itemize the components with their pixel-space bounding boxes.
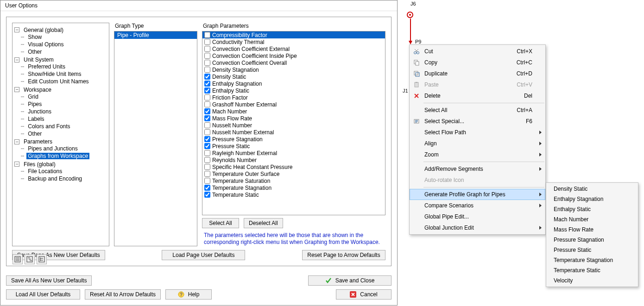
param-checkbox[interactable] — [204, 143, 210, 149]
menu-item[interactable]: Generate Profile Graph for Pipes — [410, 189, 545, 200]
submenu-item[interactable]: Mass Flow Rate — [546, 225, 638, 235]
param-item[interactable]: Temperature Stagnation — [202, 184, 385, 191]
param-checkbox[interactable] — [204, 185, 210, 191]
tree-leaf[interactable]: Pipes and Junctions — [26, 145, 79, 152]
param-item[interactable]: Density Stagnation — [202, 66, 385, 73]
tree-leaf[interactable]: Graphs from Workspace — [26, 153, 89, 159]
param-checkbox[interactable] — [204, 101, 210, 107]
tree-leaf[interactable]: Other — [26, 131, 43, 137]
submenu-item[interactable]: Enthalpy Stagnation — [546, 194, 638, 204]
menu-item[interactable]: DuplicateCtrl+D — [410, 68, 545, 79]
param-item[interactable]: Enthalpy Static — [202, 87, 385, 94]
load-all-defaults-button[interactable]: Load All User Defaults — [6, 289, 80, 300]
tree-toggle[interactable]: − — [14, 27, 19, 32]
tree-toggle[interactable]: − — [14, 139, 19, 144]
tree-leaf[interactable]: Show — [26, 34, 43, 40]
param-checkbox[interactable] — [204, 129, 210, 135]
param-item[interactable]: Rayleigh Number External — [202, 150, 385, 156]
tree-leaf[interactable]: Colors and Fonts — [26, 123, 71, 130]
deselect-all-button[interactable]: Deselect All — [244, 218, 283, 228]
tree-leaf[interactable]: Junctions — [26, 108, 53, 115]
menu-item[interactable]: DeleteDel — [410, 90, 545, 101]
tree-leaf[interactable]: File Locations — [26, 168, 63, 175]
submenu-item[interactable]: Density Static — [546, 184, 638, 194]
tree-leaf[interactable]: Backup and Encoding — [26, 175, 83, 182]
param-item[interactable]: Pressure Stagnation — [202, 136, 385, 143]
param-checkbox[interactable] — [204, 150, 210, 156]
param-checkbox[interactable] — [204, 164, 210, 170]
param-item[interactable]: Enthalpy Stagnation — [202, 80, 385, 87]
tree-leaf[interactable]: Edit Custom Unit Names — [26, 78, 90, 85]
param-item[interactable]: Pressure Static — [202, 143, 385, 150]
param-item[interactable]: Nusselt Number — [202, 122, 385, 129]
menu-item[interactable]: CutCtrl+X — [410, 46, 545, 57]
submenu-item[interactable]: Mach Number — [546, 214, 638, 225]
tree-leaf[interactable]: Pipes — [26, 101, 43, 107]
param-checkbox[interactable] — [204, 32, 210, 38]
cancel-button[interactable]: Cancel — [336, 289, 391, 300]
submenu-item[interactable]: Pressure Static — [546, 245, 638, 255]
param-checkbox[interactable] — [204, 108, 210, 114]
param-item[interactable]: Friction Factor — [202, 94, 385, 101]
param-checkbox[interactable] — [204, 87, 210, 94]
menu-item[interactable]: Select Special...F6 — [410, 116, 545, 127]
param-checkbox[interactable] — [204, 115, 210, 121]
graph-params-list[interactable]: Compressibility FactorConductivity Therm… — [202, 31, 385, 215]
reset-page-defaults-button[interactable]: Reset Page to Arrow Defaults — [302, 250, 385, 260]
param-item[interactable]: Compressibility Factor — [202, 31, 385, 38]
menu-item[interactable]: Select Flow Path — [410, 127, 545, 138]
tree-branch[interactable]: Parameters — [22, 138, 54, 145]
tree-leaf[interactable]: Other — [26, 49, 43, 55]
param-item[interactable]: Mass Flow Rate — [202, 115, 385, 122]
submenu-item[interactable]: Velocity — [546, 275, 638, 286]
param-checkbox[interactable] — [204, 192, 210, 198]
workspace-context-menu[interactable]: CutCtrl+XCopyCtrl+CDuplicateCtrl+DPasteC… — [409, 44, 546, 235]
junction-node[interactable] — [407, 12, 413, 18]
tree-settings-button[interactable] — [37, 254, 47, 264]
param-item[interactable]: Density Static — [202, 73, 385, 80]
param-item[interactable]: Specific Heat Constant Pressure — [202, 163, 385, 170]
tree-leaf[interactable]: Labels — [26, 116, 45, 122]
param-item[interactable]: Mach Number — [202, 108, 385, 115]
pipe-segment[interactable] — [410, 19, 411, 42]
submenu-item[interactable]: Temperature Static — [546, 265, 638, 275]
menu-item[interactable]: CopyCtrl+C — [410, 57, 545, 68]
tree-branch[interactable]: General (global) — [22, 27, 65, 33]
tree-leaf[interactable]: Preferred Units — [26, 63, 67, 70]
help-button[interactable]: ? Help — [165, 289, 212, 300]
param-checkbox[interactable] — [204, 94, 210, 100]
param-item[interactable]: Reynolds Number — [202, 156, 385, 163]
param-checkbox[interactable] — [204, 39, 210, 45]
param-item[interactable]: Nusselt Number External — [202, 129, 385, 136]
menu-item[interactable]: Select AllCtrl+A — [410, 105, 545, 116]
param-item[interactable]: Convection Coefficient Overall — [202, 59, 385, 66]
load-page-defaults-button[interactable]: Load Page User Defaults — [162, 250, 245, 260]
param-item[interactable]: Temperature Outer Surface — [202, 170, 385, 177]
menu-item[interactable]: Align — [410, 138, 545, 149]
param-item[interactable]: Conductivity Thermal — [202, 38, 385, 45]
param-checkbox[interactable] — [204, 122, 210, 128]
param-item[interactable]: Temperature Saturation — [202, 177, 385, 184]
param-item[interactable]: Grashoff Number External — [202, 101, 385, 108]
param-item[interactable]: Temperature Static — [202, 191, 385, 198]
generate-profile-submenu[interactable]: Density StaticEnthalpy StagnationEnthalp… — [546, 182, 638, 287]
tree-leaf[interactable]: Grid — [26, 94, 40, 100]
tree-toggle[interactable]: − — [14, 57, 19, 62]
reset-all-defaults-button[interactable]: Reset All to Arrow Defaults — [85, 289, 161, 300]
param-checkbox[interactable] — [204, 136, 210, 142]
param-checkbox[interactable] — [204, 46, 210, 52]
tree-toggle[interactable]: − — [14, 162, 19, 167]
tree-branch[interactable]: Unit System — [22, 56, 55, 63]
tree-leaf[interactable]: Visual Options — [26, 41, 65, 48]
save-all-defaults-button[interactable]: Save All As New User Defaults — [6, 275, 92, 286]
tree-branch[interactable]: Files (global) — [22, 161, 57, 168]
tree-branch[interactable]: Workspace — [22, 87, 53, 93]
expand-all-button[interactable] — [25, 254, 35, 264]
param-checkbox[interactable] — [204, 60, 210, 66]
param-checkbox[interactable] — [204, 157, 210, 163]
tree-toggle[interactable]: − — [14, 87, 19, 92]
options-tree[interactable]: −General (global)⋯Show⋯Visual Options⋯Ot… — [12, 23, 109, 246]
param-checkbox[interactable] — [204, 67, 210, 73]
param-item[interactable]: Convection Coefficient Inside Pipe — [202, 52, 385, 59]
select-all-button[interactable]: Select All — [202, 218, 239, 228]
